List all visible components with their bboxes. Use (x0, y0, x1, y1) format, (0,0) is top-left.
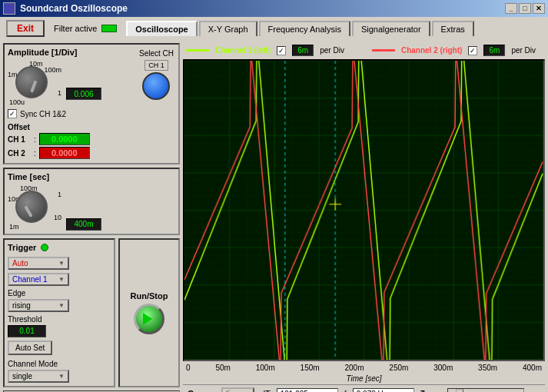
time-label-200m: 200m (344, 364, 364, 372)
ch2-offset-value[interactable]: 0.0000 (39, 147, 90, 159)
offset-section: Offset CH 1 : 0.0000 CH 2 : 0.0000 (8, 123, 175, 159)
ch1-offset-row: CH 1 : 0.0000 (8, 133, 175, 145)
time-label-300m: 300m (433, 364, 453, 372)
sync-checkbox[interactable]: ✓ (8, 109, 17, 118)
scope-canvas (184, 61, 543, 360)
ch1-label-tag: CH 1 (144, 60, 168, 71)
window-content: Exit Filter active Oscilloscope X-Y Grap… (0, 17, 548, 392)
run-stop-button[interactable] (134, 304, 164, 334)
time-label-1: 1 (58, 191, 61, 198)
amplitude-value-display: 0.006 (66, 88, 101, 100)
scope-display (183, 59, 545, 361)
time-label-250m: 250m (389, 364, 408, 372)
zoom-slider[interactable] (447, 388, 524, 392)
dt-value-display: 101.235m sec (277, 388, 338, 392)
time-value-display: 400m (66, 218, 101, 231)
select-ch-label: Select CH (139, 49, 174, 58)
trigger-edge-arrow: ▼ (58, 302, 65, 309)
time-knob-marker (24, 205, 32, 218)
auto-set-button[interactable]: Auto Set (8, 341, 52, 355)
tab-oscilloscope[interactable]: Oscilloscope (126, 21, 197, 36)
amplitude-knob-area: 10m 100m 1 100u 1m (8, 60, 61, 106)
run-stop-label: Run/Stop (131, 291, 168, 301)
time-axis-labels: 0 50m 100m 150m 200m 250m 300m 350m 400m (183, 363, 545, 373)
cursor-type-dropdown[interactable]: time ▼ (221, 387, 254, 392)
tab-frequency-analysis[interactable]: Frequency Analysis (259, 21, 350, 36)
tab-xy-graph[interactable]: X-Y Graph (199, 21, 257, 36)
close-button[interactable]: ✕ (533, 3, 545, 14)
filter-active-label: Filter active (54, 24, 97, 33)
tab-signal-generator[interactable]: Signalgenerator (352, 21, 430, 36)
time-axis-unit: Time [sec] (183, 374, 545, 383)
channel-mode-dropdown[interactable]: single ▼ (8, 370, 69, 383)
time-label-100m: 100m (256, 364, 275, 372)
ch2-offset-label: CH 2 (8, 149, 31, 158)
exit-button[interactable]: Exit (6, 20, 45, 37)
time-label-10: 10 (54, 214, 61, 221)
f-label: f (344, 389, 347, 392)
threshold-value[interactable]: 0.01 (8, 325, 46, 337)
ch1-channel-label: Channel 1 (left) (215, 46, 271, 55)
ch-selector-knob[interactable] (142, 72, 170, 100)
ch1-visible-checkbox[interactable]: ✓ (277, 46, 286, 55)
time-knob-area: 100m 1 10 1m 10m (8, 184, 61, 231)
offset-title: Offset (8, 123, 175, 131)
window-controls: _ □ ✕ (505, 3, 545, 14)
ch2-visible-checkbox[interactable]: ✓ (468, 46, 477, 55)
time-label-50m: 50m (215, 364, 230, 372)
cursor-bar: Cursor time ▼ dT 101.235m sec f 9.878 Hz… (183, 384, 545, 392)
time-title: Time [sec] (8, 172, 175, 181)
amplitude-section: Amplitude [1/Div] 10m 100m 1 100u 1m (3, 43, 180, 164)
time-label-350m: 350m (478, 364, 497, 372)
run-stop-section: Run/Stop (118, 238, 180, 387)
ch2-per-div-value[interactable]: 6m (483, 45, 505, 56)
ch1-offset-value[interactable]: 0.0000 (39, 133, 90, 145)
tab-extras[interactable]: Extras (432, 21, 474, 36)
ch2-line-indicator (372, 49, 395, 51)
threshold-label: Threshold (8, 315, 111, 324)
channel-controls: Channel 1 (left) ✓ 6m per Div Channel 2 … (183, 43, 545, 58)
f-value-display: 9.878 Hz (353, 388, 414, 392)
knob-marker (30, 80, 37, 92)
edge-label: Edge (8, 289, 111, 297)
filter-led (101, 25, 117, 32)
time-label-400m: 400m (523, 364, 542, 372)
tabs-row: Oscilloscope X-Y Graph Frequency Analysi… (126, 21, 542, 36)
minimize-button[interactable]: _ (505, 3, 517, 14)
sync-label: Sync CH 1&2 (20, 110, 66, 118)
channel-mode-section: Channel Mode single ▼ (8, 360, 111, 383)
main-body: Amplitude [1/Div] 10m 100m 1 100u 1m (0, 40, 548, 392)
trigger-channel-dropdown[interactable]: Channel 1 ▼ (8, 273, 69, 286)
window-title: Soundcard Oszilloscope (20, 3, 128, 14)
trigger-led (41, 244, 48, 251)
ch2-per-div-label: per Div (511, 46, 536, 55)
channel-mode-arrow: ▼ (58, 373, 65, 380)
lower-section: Trigger Auto ▼ Channel 1 ▼ Edge rising (3, 238, 180, 387)
zoom-label: Zoom (420, 390, 441, 392)
time-knob[interactable] (15, 191, 48, 223)
window-icon (3, 2, 15, 15)
play-icon (143, 313, 155, 325)
trigger-section: Trigger Auto ▼ Channel 1 ▼ Edge rising (3, 238, 115, 387)
ch1-per-div-value[interactable]: 6m (292, 45, 314, 56)
ch1-offset-label: CH 1 (8, 135, 31, 144)
left-panel: Amplitude [1/Div] 10m 100m 1 100u 1m (3, 43, 180, 392)
threshold-area: 0.01 (8, 325, 111, 337)
ch1-line-indicator (186, 49, 209, 51)
amp-label-100u: 100u (9, 98, 25, 106)
scope-panel: Channel 1 (left) ✓ 6m per Div Channel 2 … (183, 43, 545, 392)
dt-label: dT (261, 389, 271, 392)
maximize-button[interactable]: □ (519, 3, 531, 14)
cursor-label: Cursor (188, 389, 215, 392)
amplitude-knob[interactable] (15, 66, 48, 98)
time-section: Time [sec] 100m 1 10 1m 10m 400m (3, 168, 180, 235)
channel-mode-label: Channel Mode (8, 360, 111, 368)
title-bar: Soundcard Oszilloscope _ □ ✕ (0, 0, 548, 17)
filter-active-indicator: Filter active (54, 24, 117, 33)
time-label-150m: 150m (301, 364, 320, 372)
amp-label-1: 1 (58, 89, 61, 97)
trigger-edge-dropdown[interactable]: rising ▼ (8, 299, 69, 312)
ch1-per-div-label: per Div (320, 46, 344, 55)
time-label-0: 0 (186, 364, 191, 372)
trigger-mode-dropdown[interactable]: Auto ▼ (8, 257, 69, 270)
